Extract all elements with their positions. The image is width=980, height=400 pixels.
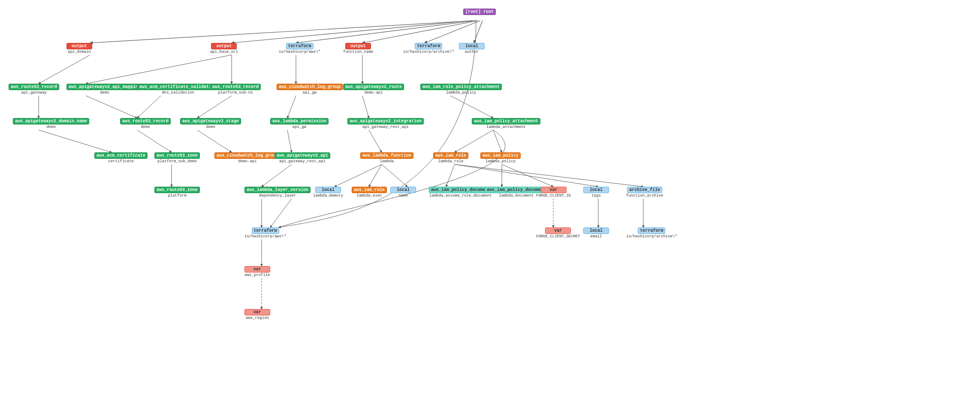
svg-line-29 bbox=[382, 164, 407, 187]
svg-line-27 bbox=[335, 164, 382, 187]
node-sub-local_lambda_memory: lambda_memory bbox=[313, 194, 343, 198]
node-box-aws_route53_zone_platform[interactable]: aws_route53_zone bbox=[154, 187, 200, 193]
node-archive_file: archive_filefunction_archive bbox=[626, 187, 663, 198]
node-aws_acm_certificate_validation: aws_acm_certificate_validationdns_valida… bbox=[137, 84, 219, 95]
node-box-aws_iam_role_policy_attachment[interactable]: aws_iam_role_policy_attachment bbox=[420, 84, 502, 90]
node-sub-output_api_domain: api_domain bbox=[68, 50, 91, 54]
node-sub-aws_apigatewayv2_api: api_gateway_rest_api bbox=[279, 159, 326, 164]
svg-line-22 bbox=[369, 130, 382, 152]
node-box-aws_apigatewayv2_integration[interactable]: aws_apigatewayv2_integration bbox=[347, 118, 424, 124]
node-sub-aws_apigatewayv2_stage_demo: demo bbox=[206, 125, 215, 129]
node-aws_route53_zone_platform: aws_route53_zoneplatform bbox=[154, 187, 200, 198]
node-box-var_forge_client_secret[interactable]: var bbox=[545, 227, 571, 234]
node-type-aws_iam_policy: aws_iam_policy bbox=[482, 153, 519, 158]
node-box-aws_lambda_function[interactable]: aws_lambda_function bbox=[360, 152, 413, 159]
node-sub-aws_lambda_permission_api_gw: api_gw bbox=[292, 125, 306, 129]
node-sub-var_forge_client_id: FORGE_CLIENT_ID bbox=[536, 194, 571, 198]
node-sub-aws_acm_certificate_validation: dns_validation bbox=[162, 91, 194, 95]
node-box-aws_lambda_permission_api_gw[interactable]: aws_lambda_permission bbox=[270, 118, 329, 124]
node-sub-aws_iam_policy: lambda_policy bbox=[485, 159, 516, 164]
node-box-var_aws_profile[interactable]: var bbox=[244, 266, 270, 273]
node-sub-aws_route53_record_platform_sub: platform_sub-ns bbox=[218, 91, 253, 95]
svg-line-19 bbox=[137, 130, 172, 152]
node-type-aws_iam_policy_document_assume: aws_iam_policy_document bbox=[431, 188, 490, 192]
node-aws_iam_role: aws_iam_rolelambda_role bbox=[433, 152, 468, 164]
node-sub-local_name: name bbox=[398, 194, 408, 198]
node-sub-terraform_aws_main: io/hashicorp/aws\" bbox=[244, 234, 286, 239]
node-type-var_aws_region: var bbox=[247, 310, 268, 315]
svg-line-14 bbox=[197, 96, 232, 118]
node-box-output_api_domain[interactable]: output bbox=[66, 43, 92, 49]
svg-line-23 bbox=[455, 130, 493, 152]
node-box-aws_apigatewayv2_route_demo[interactable]: aws_apigatewayv2_route bbox=[343, 84, 404, 90]
node-box-aws_route53_zone_platform_sub[interactable]: aws_route53_zone bbox=[154, 152, 200, 159]
node-sub-aws_route53_zone_platform: platform bbox=[168, 194, 186, 198]
svg-line-26 bbox=[262, 164, 292, 187]
node-sub-aws_iam_policy_document_assume: lambda_assume_role_document bbox=[429, 194, 492, 198]
node-box-aws_apigatewayv2_domain_name_demo[interactable]: aws_apigatewayv2_domain_name bbox=[13, 118, 89, 124]
node-box-aws_cloudwatch_log_group_api_gw[interactable]: aws_cloudwatch_log_group bbox=[277, 84, 343, 90]
node-box-aws_route53_record_demo[interactable]: aws_route53_record bbox=[120, 118, 171, 124]
node-sub-aws_apigatewayv2_integration: api_gateway_rest_api bbox=[362, 125, 409, 129]
node-box-aws_iam_policy_attachment[interactable]: aws_iam_policy_attachment bbox=[472, 118, 540, 124]
node-type-aws_iam_role_lambda_exec: aws_iam_role bbox=[354, 188, 385, 192]
node-sub-terraform_archive: io/hashicorp/archive\" bbox=[403, 50, 454, 54]
node-box-output_function_name[interactable]: output bbox=[345, 43, 371, 49]
node-box-archive_file[interactable]: archive_file bbox=[627, 187, 662, 193]
svg-line-4 bbox=[425, 21, 480, 43]
node-sub-archive_file: function_archive bbox=[626, 194, 663, 198]
node-box-local_tags[interactable]: local bbox=[583, 187, 609, 193]
node-box-root[interactable]: [root] root bbox=[463, 9, 496, 15]
node-box-aws_route53_record_platform_sub[interactable]: aws_route53_record bbox=[210, 84, 261, 90]
node-type-root: [root] root bbox=[465, 9, 494, 14]
node-box-aws_iam_policy_document_assume[interactable]: aws_iam_policy_document bbox=[429, 187, 492, 193]
node-type-terraform_archive_main: terraform bbox=[640, 228, 663, 233]
node-type-aws_route53_record_demo: aws_route53_record bbox=[122, 119, 169, 124]
node-box-aws_lambda_layer_version[interactable]: aws_lambda_layer_version bbox=[244, 187, 311, 193]
node-type-aws_cloudwatch_log_group_api_gw: aws_cloudwatch_log_group bbox=[279, 85, 341, 89]
svg-line-7 bbox=[86, 55, 232, 84]
node-type-aws_apigatewayv2_stage_demo: aws_apigatewayv2_stage bbox=[182, 119, 239, 124]
node-box-aws_acm_certificate[interactable]: aws_acm_certificate bbox=[94, 152, 148, 159]
node-sub-aws_iam_role_lambda_exec: lambda_exec bbox=[356, 194, 382, 198]
node-aws_apigatewayv2_stage_demo: aws_apigatewayv2_stagedemo bbox=[180, 118, 241, 129]
node-box-aws_route53_record_api_gateway[interactable]: aws_route53_record bbox=[9, 84, 59, 90]
node-terraform_aws_main: terraformio/hashicorp/aws\" bbox=[244, 227, 286, 239]
node-box-terraform_aws_main[interactable]: terraform bbox=[252, 227, 279, 234]
node-terraform_archive: terraformio/hashicorp/archive\" bbox=[403, 43, 454, 54]
node-box-terraform_aws[interactable]: terraform bbox=[286, 43, 314, 49]
svg-line-36 bbox=[270, 199, 292, 227]
node-type-terraform_archive: terraform bbox=[417, 44, 440, 48]
node-type-aws_route53_zone_platform: aws_route53_zone bbox=[157, 188, 198, 192]
node-box-aws_iam_policy[interactable]: aws_iam_policy bbox=[480, 152, 521, 159]
node-box-local_author[interactable]: local bbox=[459, 43, 485, 49]
svg-line-1 bbox=[232, 21, 472, 43]
node-box-aws_cloudwatch_log_group_demo[interactable]: aws_cloudwatch_log_group bbox=[214, 152, 280, 159]
node-box-var_aws_region[interactable]: var bbox=[244, 309, 270, 315]
svg-line-0 bbox=[90, 21, 476, 43]
node-box-local_email[interactable]: local bbox=[583, 227, 609, 234]
node-aws_route53_record_platform_sub: aws_route53_recordplatform_sub-ns bbox=[210, 84, 261, 95]
node-box-terraform_archive[interactable]: terraform bbox=[415, 43, 442, 49]
node-box-terraform_archive_main[interactable]: terraform bbox=[638, 227, 665, 234]
node-type-var_forge_client_secret: var bbox=[547, 228, 569, 233]
svg-line-33 bbox=[455, 164, 598, 187]
node-aws_route53_zone_platform_sub: aws_route53_zoneplatform_sub_demo bbox=[154, 152, 200, 164]
node-var_forge_client_secret: varFORGE_CLIENT_SECRET bbox=[536, 227, 580, 239]
node-box-aws_acm_certificate_validation[interactable]: aws_acm_certificate_validation bbox=[137, 84, 219, 90]
node-box-local_name[interactable]: local bbox=[390, 187, 416, 193]
node-box-output_api_base_url[interactable]: output bbox=[211, 43, 237, 49]
node-box-var_forge_client_id[interactable]: var bbox=[541, 187, 567, 193]
node-box-aws_apigatewayv2_stage_demo[interactable]: aws_apigatewayv2_stage bbox=[180, 118, 241, 124]
node-sub-aws_lambda_layer_version: dependency_layer bbox=[259, 194, 296, 198]
node-box-aws_apigatewayv2_api_mapping_demo[interactable]: aws_apigatewayv2_api_mapping bbox=[66, 84, 143, 90]
node-output_api_base_url: outputapi_base_url bbox=[210, 43, 238, 54]
node-box-aws_apigatewayv2_api[interactable]: aws_apigatewayv2_api bbox=[274, 152, 330, 159]
node-box-aws_iam_role_lambda_exec[interactable]: aws_iam_role bbox=[352, 187, 387, 193]
node-box-local_lambda_memory[interactable]: local bbox=[315, 187, 341, 193]
node-local_tags: localtags bbox=[583, 187, 609, 198]
svg-line-32 bbox=[502, 164, 553, 187]
node-box-aws_iam_role[interactable]: aws_iam_role bbox=[433, 152, 468, 159]
node-type-output_api_base_url: output bbox=[213, 44, 235, 48]
node-aws_apigatewayv2_route_demo: aws_apigatewayv2_routedemo-api bbox=[343, 84, 404, 95]
